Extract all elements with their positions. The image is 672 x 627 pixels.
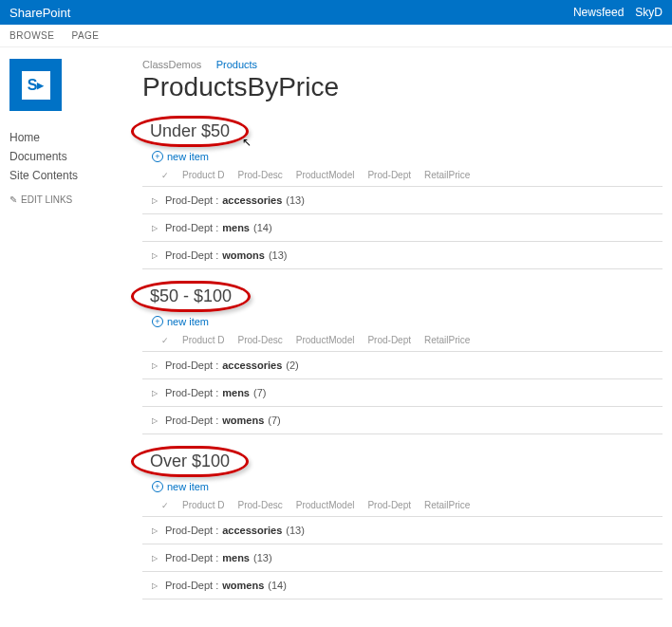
expand-caret-icon[interactable]: ▷ — [152, 581, 158, 590]
new-item-link[interactable]: +new item — [152, 151, 663, 162]
sharepoint-icon: S▶ — [22, 71, 50, 100]
column-header[interactable]: RetailPrice — [424, 170, 470, 180]
column-header[interactable]: Prod-Dept — [367, 170, 411, 180]
breadcrumb: ClassDemos Products — [142, 59, 663, 70]
group-value: accessories — [222, 194, 282, 206]
ribbon-tab-page[interactable]: PAGE — [71, 30, 99, 41]
section-header: Under $50 — [142, 118, 237, 145]
group-row[interactable]: ▷Prod-Dept : accessories (13) — [142, 516, 663, 544]
pencil-icon: ✎ — [9, 194, 17, 205]
check-icon[interactable]: ✓ — [161, 501, 169, 510]
suite-bar: SharePoint Newsfeed SkyD — [0, 0, 672, 25]
expand-caret-icon[interactable]: ▷ — [152, 251, 158, 260]
left-nav: S▶ Home Documents Site Contents ✎ EDIT L… — [0, 47, 142, 622]
column-header[interactable]: RetailPrice — [424, 500, 470, 510]
column-header[interactable]: ProductModel — [296, 500, 355, 510]
column-headers: ✓Product DProd-DescProductModelProd-Dept… — [142, 331, 663, 351]
expand-caret-icon[interactable]: ▷ — [152, 224, 158, 232]
check-icon[interactable]: ✓ — [161, 336, 169, 345]
price-section: $50 - $100+new item✓Product DProd-DescPr… — [142, 283, 663, 434]
site-logo[interactable]: S▶ — [9, 59, 62, 111]
ribbon-tab-browse[interactable]: BROWSE — [9, 30, 54, 41]
group-row[interactable]: ▷Prod-Dept : womons (13) — [142, 241, 663, 269]
breadcrumb-site[interactable]: ClassDemos — [142, 59, 201, 70]
suite-links: Newsfeed SkyD — [573, 6, 663, 19]
nav-home[interactable]: Home — [9, 128, 133, 147]
expand-caret-icon[interactable]: ▷ — [152, 526, 158, 535]
column-header[interactable]: Prod-Desc — [237, 335, 282, 345]
column-header[interactable]: Prod-Dept — [367, 335, 411, 345]
column-header[interactable]: Product D — [182, 500, 224, 510]
highlight-circle — [131, 281, 251, 312]
highlight-circle — [131, 116, 249, 147]
nav-site-contents[interactable]: Site Contents — [9, 166, 133, 185]
price-section: Under $50+new item✓Product DProd-DescPro… — [142, 118, 663, 269]
column-headers: ✓Product DProd-DescProductModelProd-Dept… — [142, 166, 663, 186]
suite-brand[interactable]: SharePoint — [9, 6, 70, 20]
ribbon: BROWSE PAGE — [0, 25, 672, 47]
group-label: Prod-Dept : — [165, 387, 218, 398]
expand-caret-icon[interactable]: ▷ — [152, 389, 158, 397]
group-count: (13) — [269, 249, 288, 261]
group-count: (7) — [268, 415, 280, 426]
group-value: womens — [222, 415, 264, 426]
section-header: $50 - $100 — [142, 283, 239, 310]
check-icon[interactable]: ✓ — [161, 171, 169, 180]
group-value: mens — [222, 387, 250, 398]
column-header[interactable]: Prod-Desc — [237, 170, 282, 180]
new-item-link[interactable]: +new item — [152, 316, 663, 327]
group-row[interactable]: ▷Prod-Dept : mens (14) — [142, 213, 663, 241]
expand-caret-icon[interactable]: ▷ — [152, 361, 158, 370]
group-label: Prod-Dept : — [165, 415, 218, 426]
column-header[interactable]: Product D — [182, 335, 224, 345]
group-label: Prod-Dept : — [165, 360, 218, 371]
column-header[interactable]: Product D — [182, 170, 224, 180]
edit-links[interactable]: ✎ EDIT LINKS — [9, 194, 133, 205]
group-row[interactable]: ▷Prod-Dept : accessories (13) — [142, 186, 663, 213]
group-count: (14) — [268, 580, 287, 591]
expand-caret-icon[interactable]: ▷ — [152, 554, 158, 562]
main-content: ClassDemos Products ProductsByPrice Unde… — [142, 47, 672, 622]
group-label: Prod-Dept : — [165, 249, 218, 261]
column-header[interactable]: Prod-Dept — [367, 500, 411, 510]
highlight-circle — [131, 446, 249, 477]
group-row[interactable]: ▷Prod-Dept : accessories (2) — [142, 351, 663, 378]
new-item-label: new item — [167, 316, 209, 327]
column-header[interactable]: ProductModel — [296, 170, 355, 180]
group-count: (13) — [286, 194, 305, 206]
group-label: Prod-Dept : — [165, 552, 218, 563]
nav-documents[interactable]: Documents — [9, 147, 133, 166]
group-value: mens — [222, 552, 250, 563]
plus-icon: + — [152, 316, 163, 327]
suite-link-newsfeed[interactable]: Newsfeed — [573, 6, 624, 19]
group-row[interactable]: ▷Prod-Dept : mens (7) — [142, 378, 663, 406]
group-count: (7) — [253, 387, 266, 398]
suite-link-skydrive[interactable]: SkyD — [635, 6, 663, 19]
page-title: ProductsByPrice — [142, 72, 663, 102]
price-section: Over $100+new item✓Product DProd-DescPro… — [142, 448, 663, 599]
group-count: (2) — [286, 360, 298, 371]
section-header: Over $100 — [142, 448, 237, 475]
new-item-label: new item — [167, 481, 209, 492]
group-row[interactable]: ▷Prod-Dept : womens (7) — [142, 406, 663, 434]
group-label: Prod-Dept : — [165, 580, 218, 591]
edit-links-label: EDIT LINKS — [21, 194, 72, 205]
group-label: Prod-Dept : — [165, 525, 218, 536]
group-value: mens — [222, 222, 250, 233]
group-row[interactable]: ▷Prod-Dept : mens (13) — [142, 544, 663, 571]
group-label: Prod-Dept : — [165, 222, 218, 233]
new-item-link[interactable]: +new item — [152, 481, 663, 492]
group-value: accessories — [222, 525, 282, 536]
column-header[interactable]: ProductModel — [296, 335, 355, 345]
group-value: womons — [222, 249, 265, 261]
group-count: (13) — [286, 525, 305, 536]
group-row[interactable]: ▷Prod-Dept : womens (14) — [142, 571, 663, 599]
column-header[interactable]: Prod-Desc — [237, 500, 282, 510]
expand-caret-icon[interactable]: ▷ — [152, 196, 158, 205]
breadcrumb-list[interactable]: Products — [216, 59, 257, 70]
group-value: accessories — [222, 360, 282, 371]
column-header[interactable]: RetailPrice — [424, 335, 470, 345]
group-count: (13) — [253, 552, 272, 563]
group-count: (14) — [253, 222, 272, 233]
expand-caret-icon[interactable]: ▷ — [152, 416, 158, 425]
